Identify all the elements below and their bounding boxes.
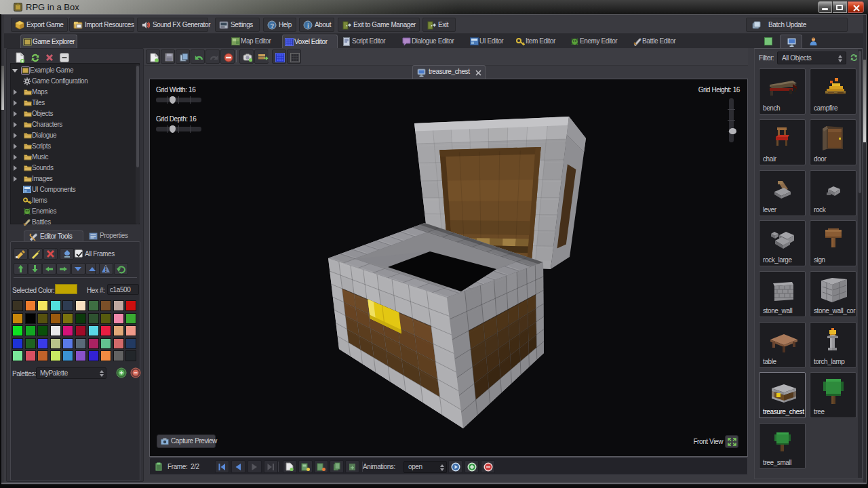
svg-text:?: ? [271,22,274,29]
